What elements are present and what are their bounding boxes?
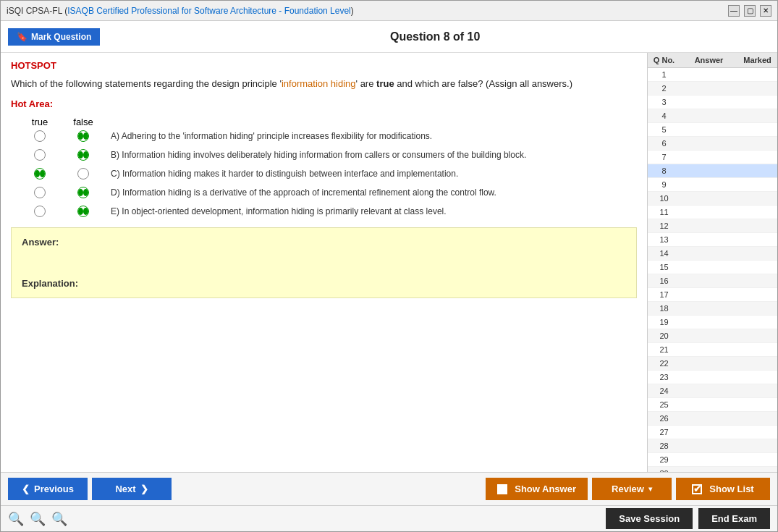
sidebar-row[interactable]: 24: [648, 384, 777, 398]
sidebar-row[interactable]: 23: [648, 371, 777, 384]
sidebar-row[interactable]: 16: [648, 274, 777, 288]
question-type-label: HOTSPOT: [11, 60, 637, 71]
minimize-button[interactable]: —: [728, 5, 740, 17]
radio-b-true[interactable]: [34, 149, 46, 161]
answer-text-b: B) Information hiding involves deliberat…: [105, 150, 637, 160]
sidebar-row[interactable]: 25: [648, 398, 777, 412]
answer-row-e: E) In object-oriented development, infor…: [18, 206, 637, 217]
review-dropdown-icon: ▾: [648, 485, 652, 493]
review-button[interactable]: Review ▾: [592, 478, 672, 500]
zoom-out-button[interactable]: 🔍: [51, 511, 67, 527]
content-area: HOTSPOT Which of the following statement…: [1, 53, 647, 472]
answer-text-e: E) In object-oriented development, infor…: [105, 206, 637, 216]
radio-a-false[interactable]: [77, 130, 89, 142]
show-answer-icon: [497, 484, 507, 494]
answer-row-b: B) Information hiding involves deliberat…: [18, 149, 637, 161]
sidebar-marked-header: Marked: [737, 56, 777, 64]
sidebar-row[interactable]: 3: [648, 96, 777, 109]
sidebar-row[interactable]: 7: [648, 151, 777, 164]
zoom-bar: 🔍 🔍 🔍 Save Session End Exam: [1, 505, 777, 531]
hot-area-label: Hot Area:: [11, 98, 637, 109]
question-sidebar: Q No. Answer Marked 12345678910111213141…: [647, 53, 777, 472]
close-button[interactable]: ✕: [760, 5, 771, 17]
sidebar-row[interactable]: 8: [648, 164, 777, 178]
answer-row-d: D) Information hiding is a derivative of…: [18, 187, 637, 198]
sidebar-row[interactable]: 22: [648, 357, 777, 371]
answer-text-d: D) Information hiding is a derivative of…: [105, 187, 637, 198]
sidebar-row[interactable]: 21: [648, 343, 777, 357]
sidebar-row[interactable]: 5: [648, 123, 777, 137]
answer-text-a: A) Adhering to the 'information hiding' …: [105, 131, 637, 141]
sidebar-row[interactable]: 15: [648, 261, 777, 274]
window-controls: — ▢ ✕: [728, 5, 771, 17]
radio-e-true[interactable]: [34, 206, 46, 217]
radio-b-false[interactable]: [77, 149, 89, 161]
radio-c-false[interactable]: [77, 168, 89, 180]
bottom-bar: Previous Next Show Answer Review ▾ ✔ Sho…: [1, 472, 777, 505]
chevron-right-icon: [140, 484, 148, 494]
save-session-button[interactable]: Save Session: [606, 508, 693, 529]
sidebar-row[interactable]: 2: [648, 82, 777, 96]
answer-text-c: C) Information hiding makes it harder to…: [105, 169, 637, 179]
sidebar-row[interactable]: 30: [648, 467, 777, 472]
zoom-normal-button[interactable]: 🔍: [30, 511, 46, 527]
chevron-left-icon: [22, 484, 30, 494]
previous-label: Previous: [34, 484, 74, 494]
radio-d-false[interactable]: [77, 187, 89, 198]
explanation-label: Explanation:: [22, 278, 626, 289]
next-button[interactable]: Next: [92, 478, 172, 500]
question-title: Question 8 of 10: [100, 30, 770, 43]
sidebar-row[interactable]: 11: [648, 206, 777, 219]
show-list-button[interactable]: ✔ Show List: [676, 478, 770, 500]
previous-button[interactable]: Previous: [8, 478, 88, 500]
sidebar-row[interactable]: 6: [648, 137, 777, 151]
sidebar-qno-header: Q No.: [648, 56, 680, 64]
answer-explanation-box: Answer: Explanation:: [11, 227, 637, 298]
answer-row-c: C) Information hiding makes it harder to…: [18, 168, 637, 180]
sidebar-row[interactable]: 12: [648, 219, 777, 233]
sidebar-list: 1234567891011121314151617181920212223242…: [648, 68, 777, 472]
sidebar-row[interactable]: 13: [648, 233, 777, 247]
radio-a-true[interactable]: [34, 130, 46, 142]
answer-text-header: [105, 117, 637, 127]
sidebar-row[interactable]: 1: [648, 68, 777, 82]
show-list-label: Show List: [709, 484, 753, 494]
answer-row-a: A) Adhering to the 'information hiding' …: [18, 130, 637, 142]
save-session-label: Save Session: [619, 513, 680, 524]
sidebar-row[interactable]: 4: [648, 109, 777, 123]
title-bar: iSQI CPSA-FL (ISAQB Certified Profession…: [1, 1, 777, 21]
sidebar-row[interactable]: 9: [648, 178, 777, 192]
sidebar-row[interactable]: 17: [648, 288, 777, 302]
bookmark-icon: 🔖: [17, 32, 28, 42]
restore-button[interactable]: ▢: [744, 5, 756, 17]
radio-c-true[interactable]: [34, 168, 46, 180]
sidebar-row[interactable]: 29: [648, 453, 777, 467]
sidebar-row[interactable]: 26: [648, 412, 777, 426]
radio-d-true[interactable]: [34, 187, 46, 198]
show-answer-label: Show Answer: [515, 484, 576, 494]
end-exam-button[interactable]: End Exam: [698, 508, 770, 529]
sidebar-row[interactable]: 20: [648, 329, 777, 343]
radio-e-false[interactable]: [77, 206, 89, 217]
mark-question-label: Mark Question: [31, 32, 91, 42]
sidebar-row[interactable]: 10: [648, 192, 777, 206]
show-list-checkbox-icon: ✔: [692, 484, 702, 494]
zoom-in-button[interactable]: 🔍: [8, 511, 24, 527]
false-column-header: false: [62, 117, 105, 127]
sidebar-row[interactable]: 19: [648, 316, 777, 329]
true-column-header: true: [18, 117, 62, 127]
sidebar-row[interactable]: 27: [648, 426, 777, 439]
sidebar-row[interactable]: 18: [648, 302, 777, 316]
show-answer-button[interactable]: Show Answer: [486, 478, 588, 500]
mark-question-button[interactable]: 🔖 Mark Question: [8, 28, 100, 46]
next-label: Next: [115, 484, 135, 494]
sidebar-answer-header: Answer: [680, 56, 737, 64]
main-area: HOTSPOT Which of the following statement…: [1, 53, 777, 472]
review-label: Review: [612, 484, 644, 494]
sidebar-row[interactable]: 28: [648, 439, 777, 453]
answer-label: Answer:: [22, 237, 626, 248]
toolbar: 🔖 Mark Question Question 8 of 10: [1, 21, 777, 53]
sidebar-row[interactable]: 14: [648, 247, 777, 261]
title-link[interactable]: ISAQB Certified Professional for Softwar…: [67, 6, 351, 16]
question-text: Which of the following statements regard…: [11, 77, 637, 91]
